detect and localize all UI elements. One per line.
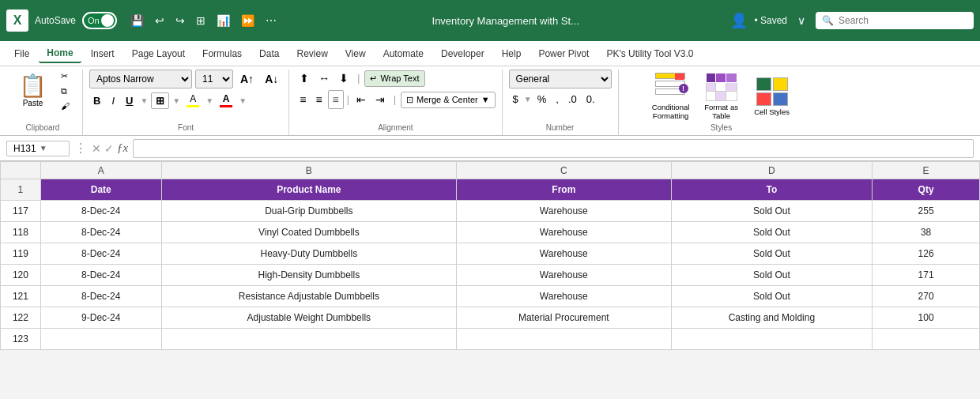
font-size-select[interactable]: 11 xyxy=(195,70,233,88)
col-header-b[interactable]: B xyxy=(161,162,456,179)
cell-122-d[interactable]: Casting and Molding xyxy=(671,307,873,329)
cell-120-b[interactable]: High-Density Dumbbells xyxy=(161,265,456,286)
cell-ref-chevron[interactable]: ▼ xyxy=(40,144,47,152)
header-cell-from[interactable]: From xyxy=(457,179,672,201)
cell-120-c[interactable]: Warehouse xyxy=(457,265,672,286)
cell-119-a[interactable]: 8-Dec-24 xyxy=(40,243,161,265)
font-color-button[interactable]: A xyxy=(217,92,236,109)
cell-123-b[interactable] xyxy=(161,329,456,350)
cell-119-c[interactable]: Warehouse xyxy=(457,243,672,265)
format-painter-button[interactable]: 🖌 xyxy=(58,100,73,112)
menu-pk-utility[interactable]: PK's Utility Tool V3.0 xyxy=(598,45,701,62)
indent-decrease-button[interactable]: ⇤ xyxy=(352,91,370,108)
border-button[interactable]: ⊞ xyxy=(151,92,169,109)
cell-119-b[interactable]: Heavy-Duty Dumbbells xyxy=(161,243,456,265)
col-header-c[interactable]: C xyxy=(457,162,672,179)
align-left-button[interactable]: ≡ xyxy=(296,91,310,108)
cell-120-a[interactable]: 8-Dec-24 xyxy=(40,265,161,286)
menu-review[interactable]: Review xyxy=(288,45,335,62)
cell-122-a[interactable]: 9-Dec-24 xyxy=(40,307,161,329)
menu-data[interactable]: Data xyxy=(251,45,287,62)
cell-117-b[interactable]: Dual-Grip Dumbbells xyxy=(161,201,456,222)
merge-center-button[interactable]: ⊡ Merge & Center ▼ xyxy=(401,92,496,108)
cell-121-b[interactable]: Resistance Adjustable Dumbbells xyxy=(161,286,456,307)
cell-121-e[interactable]: 270 xyxy=(873,286,980,307)
align-center-button[interactable]: ≡ xyxy=(311,91,326,108)
cell-119-e[interactable]: 126 xyxy=(873,243,980,265)
cell-120-e[interactable]: 171 xyxy=(873,265,980,286)
increase-font-size-button[interactable]: A↑ xyxy=(236,71,258,87)
header-cell-to[interactable]: To xyxy=(671,179,873,201)
menu-formulas[interactable]: Formulas xyxy=(194,45,250,62)
cut-button[interactable]: ✂ xyxy=(58,70,73,83)
more-icon[interactable]: ⋯ xyxy=(262,12,281,29)
comma-button[interactable]: , xyxy=(552,92,563,107)
cancel-formula-icon[interactable]: ✕ xyxy=(92,142,101,155)
conditional-formatting-button[interactable]: ! Conditional Formatting xyxy=(649,70,693,124)
header-cell-qty[interactable]: Qty xyxy=(873,179,980,201)
cell-118-a[interactable]: 8-Dec-24 xyxy=(40,222,161,243)
search-box[interactable]: 🔍 xyxy=(816,12,974,29)
cell-121-d[interactable]: Sold Out xyxy=(671,286,873,307)
cell-122-e[interactable]: 100 xyxy=(873,307,980,329)
cell-118-e[interactable]: 38 xyxy=(873,222,980,243)
fill-color-button[interactable]: A xyxy=(183,92,202,109)
cell-122-c[interactable]: Material Procurement xyxy=(457,307,672,329)
redo-icon[interactable]: ↪ xyxy=(172,12,189,29)
merge-chevron[interactable]: ▼ xyxy=(481,95,490,104)
col-header-e[interactable]: E xyxy=(873,162,980,179)
cell-123-e[interactable] xyxy=(873,329,980,350)
cell-118-c[interactable]: Warehouse xyxy=(457,222,672,243)
cell-117-d[interactable]: Sold Out xyxy=(671,201,873,222)
search-input[interactable] xyxy=(839,15,967,26)
cell-122-b[interactable]: Adjustable Weight Dumbbells xyxy=(161,307,456,329)
cell-118-d[interactable]: Sold Out xyxy=(671,222,873,243)
cell-119-d[interactable]: Sold Out xyxy=(671,243,873,265)
cell-118-b[interactable]: Vinyl Coated Dumbbells xyxy=(161,222,456,243)
menu-help[interactable]: Help xyxy=(494,45,530,62)
menu-developer[interactable]: Developer xyxy=(433,45,492,62)
header-cell-product[interactable]: Product Name xyxy=(161,179,456,201)
autosave-toggle[interactable]: On xyxy=(82,12,117,29)
formula-input[interactable] xyxy=(133,139,974,158)
account-chevron[interactable]: ∨ xyxy=(793,12,809,29)
cell-123-a[interactable] xyxy=(40,329,161,350)
insert-function-icon[interactable]: ƒx xyxy=(117,141,128,155)
header-cell-date[interactable]: Date xyxy=(40,179,161,201)
align-right-button[interactable]: ≡ xyxy=(328,90,344,109)
col-header-d[interactable]: D xyxy=(671,162,873,179)
menu-insert[interactable]: Insert xyxy=(83,45,122,62)
menu-view[interactable]: View xyxy=(337,45,374,62)
cell-123-d[interactable] xyxy=(671,329,873,350)
currency-button[interactable]: $ xyxy=(509,92,522,107)
copy-button[interactable]: ⧉ xyxy=(58,85,73,98)
menu-power-pivot[interactable]: Power Pivot xyxy=(530,45,597,62)
cell-reference-box[interactable]: H131 ▼ xyxy=(6,141,70,156)
align-top-button[interactable]: ⬆ xyxy=(296,70,313,87)
menu-file[interactable]: File xyxy=(6,45,37,62)
underline-button[interactable]: U xyxy=(122,93,137,108)
italic-button[interactable]: I xyxy=(107,93,119,108)
col-header-a[interactable]: A xyxy=(40,162,161,179)
filter-icon[interactable]: ⏩ xyxy=(237,12,258,29)
font-name-select[interactable]: Aptos Narrow xyxy=(89,70,192,88)
menu-page-layout[interactable]: Page Layout xyxy=(124,45,193,62)
save-icon[interactable]: 💾 xyxy=(126,12,148,29)
number-format-select[interactable]: General xyxy=(509,70,612,88)
increase-decimal-button[interactable]: .0 xyxy=(564,92,581,107)
percent-button[interactable]: % xyxy=(533,92,551,107)
table-icon[interactable]: ⊞ xyxy=(192,12,209,29)
menu-home[interactable]: Home xyxy=(39,44,81,63)
wrap-text-button[interactable]: ↵ Wrap Text xyxy=(364,70,424,87)
cell-121-c[interactable]: Warehouse xyxy=(457,286,672,307)
align-middle-button[interactable]: ↔ xyxy=(315,70,334,87)
align-bottom-button[interactable]: ⬇ xyxy=(335,70,352,87)
menu-automate[interactable]: Automate xyxy=(375,45,432,62)
user-icon[interactable]: 👤 xyxy=(730,12,748,29)
decrease-decimal-button[interactable]: 0. xyxy=(582,92,599,107)
cell-121-a[interactable]: 8-Dec-24 xyxy=(40,286,161,307)
cell-123-c[interactable] xyxy=(457,329,672,350)
cell-117-c[interactable]: Warehouse xyxy=(457,201,672,222)
cell-120-d[interactable]: Sold Out xyxy=(671,265,873,286)
cell-117-e[interactable]: 255 xyxy=(873,201,980,222)
